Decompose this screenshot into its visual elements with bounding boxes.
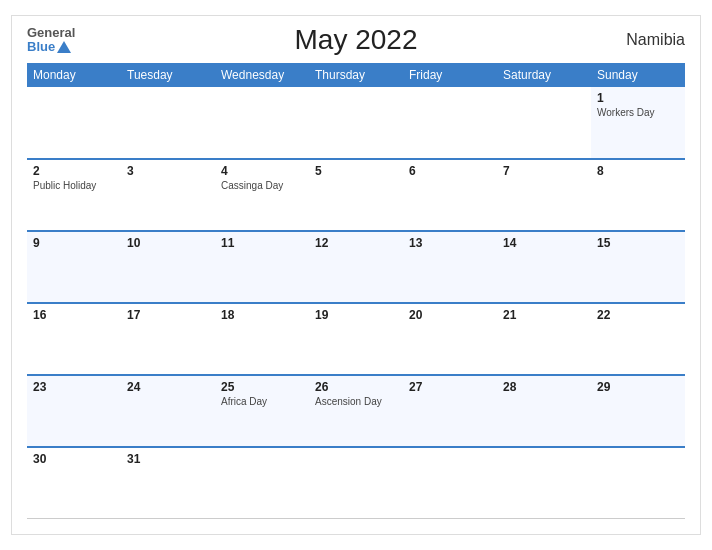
day-number: 2 [33, 164, 115, 178]
day-number: 25 [221, 380, 303, 394]
logo-triangle-icon [57, 41, 71, 53]
calendar-cell: 16 [27, 303, 121, 375]
calendar-cell: 4Cassinga Day [215, 159, 309, 231]
calendar-cell: 19 [309, 303, 403, 375]
day-number: 23 [33, 380, 115, 394]
calendar-cell: 20 [403, 303, 497, 375]
day-number: 21 [503, 308, 585, 322]
calendar-cell: 18 [215, 303, 309, 375]
week-row-5: 232425Africa Day26Ascension Day272829 [27, 375, 685, 447]
day-number: 3 [127, 164, 209, 178]
day-number: 5 [315, 164, 397, 178]
calendar-cell: 14 [497, 231, 591, 303]
calendar-cell: 28 [497, 375, 591, 447]
calendar-cell [497, 87, 591, 159]
day-number: 1 [597, 91, 679, 105]
header-saturday: Saturday [497, 63, 591, 87]
day-number: 9 [33, 236, 115, 250]
event-label: Workers Day [597, 107, 679, 118]
calendar-cell: 29 [591, 375, 685, 447]
header-monday: Monday [27, 63, 121, 87]
calendar-cell [27, 87, 121, 159]
calendar-container: General Blue May 2022 Namibia Monday Tue… [11, 15, 701, 535]
week-row-6: 3031 [27, 447, 685, 519]
calendar-cell: 8 [591, 159, 685, 231]
day-number: 17 [127, 308, 209, 322]
day-number: 8 [597, 164, 679, 178]
calendar-cell: 5 [309, 159, 403, 231]
week-row-1: 1Workers Day [27, 87, 685, 159]
calendar-cell: 21 [497, 303, 591, 375]
day-number: 28 [503, 380, 585, 394]
calendar-cell: 1Workers Day [591, 87, 685, 159]
calendar-cell: 2Public Holiday [27, 159, 121, 231]
day-number: 13 [409, 236, 491, 250]
event-label: Cassinga Day [221, 180, 303, 191]
day-number: 30 [33, 452, 115, 466]
day-number: 15 [597, 236, 679, 250]
calendar-cell: 31 [121, 447, 215, 519]
header-sunday: Sunday [591, 63, 685, 87]
day-number: 27 [409, 380, 491, 394]
calendar-grid: Monday Tuesday Wednesday Thursday Friday… [27, 63, 685, 520]
calendar-cell: 6 [403, 159, 497, 231]
day-number: 14 [503, 236, 585, 250]
calendar-cell [309, 87, 403, 159]
calendar-cell [215, 87, 309, 159]
event-label: Public Holiday [33, 180, 115, 191]
calendar-cell: 24 [121, 375, 215, 447]
day-number: 11 [221, 236, 303, 250]
week-row-4: 16171819202122 [27, 303, 685, 375]
calendar-title: May 2022 [295, 24, 418, 56]
calendar-cell [591, 447, 685, 519]
calendar-cell: 10 [121, 231, 215, 303]
calendar-cell: 26Ascension Day [309, 375, 403, 447]
day-number: 12 [315, 236, 397, 250]
day-number: 19 [315, 308, 397, 322]
calendar-cell: 13 [403, 231, 497, 303]
day-number: 22 [597, 308, 679, 322]
calendar-cell [121, 87, 215, 159]
day-number: 31 [127, 452, 209, 466]
calendar-header: General Blue May 2022 Namibia [27, 26, 685, 55]
event-label: Ascension Day [315, 396, 397, 407]
calendar-cell: 30 [27, 447, 121, 519]
logo: General Blue [27, 26, 75, 55]
day-number: 20 [409, 308, 491, 322]
week-row-3: 9101112131415 [27, 231, 685, 303]
calendar-cell: 12 [309, 231, 403, 303]
day-number: 26 [315, 380, 397, 394]
calendar-cell: 27 [403, 375, 497, 447]
day-number: 18 [221, 308, 303, 322]
calendar-cell: 22 [591, 303, 685, 375]
header-thursday: Thursday [309, 63, 403, 87]
day-number: 7 [503, 164, 585, 178]
calendar-cell [403, 447, 497, 519]
header-friday: Friday [403, 63, 497, 87]
calendar-cell [309, 447, 403, 519]
logo-general-text: General [27, 26, 75, 40]
calendar-cell [403, 87, 497, 159]
day-number: 10 [127, 236, 209, 250]
week-row-2: 2Public Holiday34Cassinga Day5678 [27, 159, 685, 231]
country-name: Namibia [626, 31, 685, 49]
calendar-cell: 7 [497, 159, 591, 231]
calendar-cell: 23 [27, 375, 121, 447]
day-number: 24 [127, 380, 209, 394]
calendar-cell [497, 447, 591, 519]
event-label: Africa Day [221, 396, 303, 407]
calendar-cell [215, 447, 309, 519]
weekday-header-row: Monday Tuesday Wednesday Thursday Friday… [27, 63, 685, 87]
calendar-cell: 9 [27, 231, 121, 303]
calendar-cell: 25Africa Day [215, 375, 309, 447]
day-number: 16 [33, 308, 115, 322]
day-number: 29 [597, 380, 679, 394]
calendar-cell: 17 [121, 303, 215, 375]
calendar-cell: 15 [591, 231, 685, 303]
header-tuesday: Tuesday [121, 63, 215, 87]
day-number: 4 [221, 164, 303, 178]
header-wednesday: Wednesday [215, 63, 309, 87]
calendar-cell: 3 [121, 159, 215, 231]
logo-blue-text: Blue [27, 40, 55, 54]
day-number: 6 [409, 164, 491, 178]
